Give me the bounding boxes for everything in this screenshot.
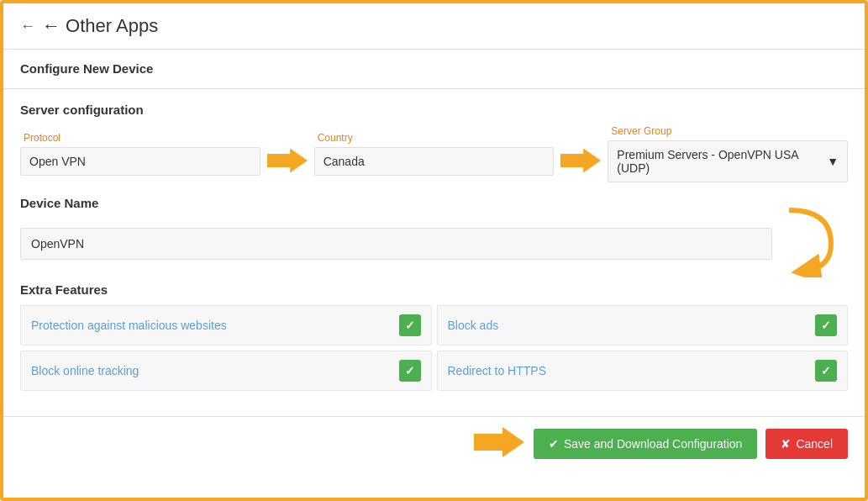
configure-title-bar: Configure New Device — [3, 50, 865, 89]
feature-item-protection: Protection against malicious websites ✓ — [20, 305, 432, 345]
svg-marker-3 — [474, 427, 524, 457]
footer-arrow-icon — [474, 427, 524, 461]
save-check-icon: ✔ — [549, 437, 559, 451]
feature-protection-label: Protection against malicious websites — [31, 319, 227, 332]
footer-bar: ✔ Save and Download Configuration ✘ Canc… — [3, 416, 865, 471]
cancel-button[interactable]: ✘ Cancel — [765, 429, 848, 459]
feature-redirect-https-checkbox[interactable]: ✓ — [815, 360, 837, 382]
main-content: Server configuration Protocol Open VPN C… — [3, 89, 865, 404]
server-group-value[interactable]: Premium Servers - OpenVPN USA (UDP) ▼ — [608, 140, 848, 182]
country-value[interactable]: Canada — [314, 147, 555, 176]
country-group: Country Canada — [314, 132, 555, 176]
feature-block-tracking-checkbox[interactable]: ✓ — [399, 360, 421, 382]
dropdown-chevron-icon: ▼ — [827, 155, 839, 168]
svg-marker-0 — [267, 149, 308, 173]
extra-features-title: Extra Features — [20, 282, 848, 297]
device-name-input[interactable]: OpenVPN — [20, 228, 772, 260]
cancel-x-icon: ✘ — [781, 437, 791, 451]
feature-block-ads-label: Block ads — [448, 319, 499, 332]
page-title: ← Other Apps — [42, 15, 158, 37]
feature-block-ads-checkbox[interactable]: ✓ — [815, 314, 837, 336]
feature-protection-checkbox[interactable]: ✓ — [399, 314, 421, 336]
country-label: Country — [314, 132, 555, 144]
device-name-section: Device Name OpenVPN — [20, 196, 848, 269]
server-config-title: Server configuration — [20, 103, 848, 117]
arrow2-icon — [560, 148, 601, 173]
server-config-row: Protocol Open VPN Country Canada — [20, 125, 848, 182]
feature-block-tracking-label: Block online tracking — [31, 364, 139, 377]
cancel-label: Cancel — [796, 437, 833, 451]
feature-item-block-ads: Block ads ✓ — [437, 305, 849, 345]
header: ← ← Other Apps — [3, 3, 865, 50]
server-group-group: Server Group Premium Servers - OpenVPN U… — [608, 125, 848, 182]
device-name-row: OpenVPN — [20, 219, 848, 269]
server-group-label: Server Group — [608, 125, 848, 137]
curved-arrow-container — [781, 219, 848, 269]
feature-item-block-tracking: Block online tracking ✓ — [20, 351, 432, 391]
arrow1-icon — [267, 148, 308, 173]
feature-item-redirect-https: Redirect to HTTPS ✓ — [437, 351, 849, 391]
main-container: ← ← Other Apps Configure New Device Serv… — [0, 0, 868, 501]
svg-marker-1 — [560, 149, 601, 173]
protocol-group: Protocol Open VPN — [20, 132, 260, 176]
feature-redirect-https-label: Redirect to HTTPS — [448, 364, 546, 377]
curved-arrow-icon — [772, 202, 848, 277]
save-download-button[interactable]: ✔ Save and Download Configuration — [534, 429, 757, 459]
back-arrow-icon[interactable]: ← — [20, 18, 35, 35]
features-grid: Protection against malicious websites ✓ … — [20, 305, 848, 391]
protocol-label: Protocol — [20, 132, 260, 144]
protocol-value[interactable]: Open VPN — [20, 147, 260, 176]
save-label: Save and Download Configuration — [564, 437, 742, 451]
device-name-title: Device Name — [20, 196, 848, 210]
extra-features-section: Extra Features Protection against malici… — [20, 282, 848, 391]
configure-label: Configure New Device — [20, 61, 153, 76]
